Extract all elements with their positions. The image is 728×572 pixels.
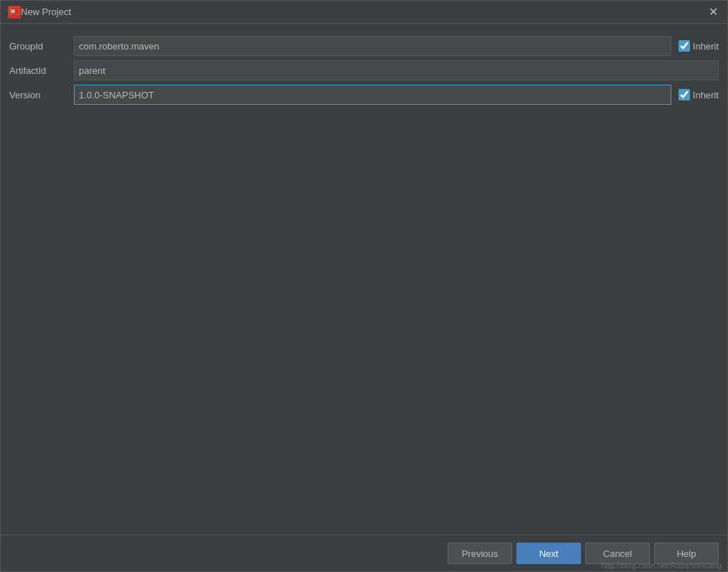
version-inherit-text: Inherit — [693, 90, 719, 100]
artifact-id-row: ArtifactId — [9, 60, 719, 81]
artifact-id-input[interactable] — [74, 60, 719, 80]
group-id-inherit-label[interactable]: Inherit — [679, 40, 719, 52]
group-id-inherit-text: Inherit — [693, 41, 719, 52]
previous-button[interactable]: Previous — [448, 543, 512, 564]
title-bar: M New Project ✕ — [1, 1, 727, 24]
svg-text:M: M — [11, 9, 15, 14]
group-id-row: GroupId Inherit — [9, 35, 719, 57]
watermark: http://blog.csdn.net/RobertoHuang — [601, 561, 722, 570]
version-inherit-checkbox[interactable] — [679, 89, 690, 100]
next-button[interactable]: Next — [516, 543, 581, 564]
artifact-id-label: ArtifactId — [9, 65, 74, 76]
version-inherit-label[interactable]: Inherit — [679, 89, 719, 100]
new-project-window: M New Project ✕ GroupId Inherit Artifact… — [0, 0, 728, 572]
group-id-label: GroupId — [9, 41, 74, 52]
version-label: Version — [9, 90, 74, 100]
version-input[interactable] — [74, 85, 671, 105]
window-title: New Project — [21, 6, 706, 17]
close-button[interactable]: ✕ — [706, 5, 720, 19]
group-id-input[interactable] — [74, 36, 671, 56]
form-content: GroupId Inherit ArtifactId Version Inher… — [1, 24, 727, 535]
group-id-inherit-checkbox[interactable] — [679, 40, 690, 52]
app-icon: M — [8, 6, 21, 19]
version-row: Version Inherit — [9, 84, 719, 106]
